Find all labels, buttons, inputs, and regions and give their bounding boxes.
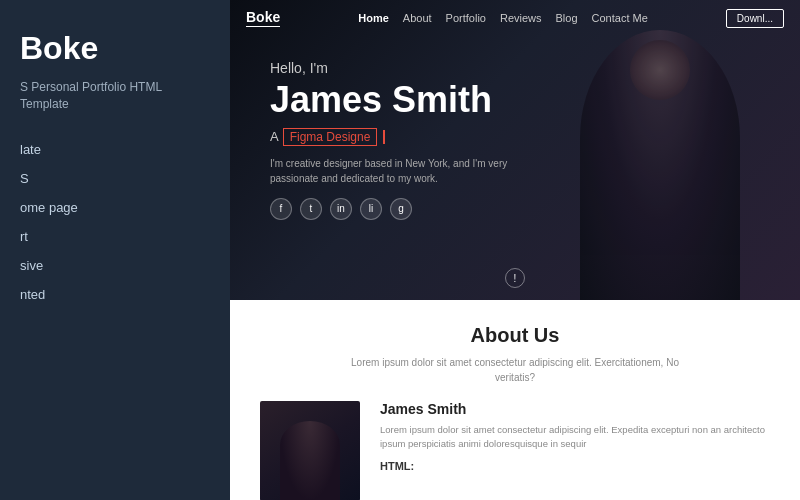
- nav-link-portfolio[interactable]: Portfolio: [446, 12, 486, 24]
- sidebar-item-responsive[interactable]: sive: [20, 255, 210, 276]
- brand-title: Boke: [20, 30, 210, 67]
- sidebar-item-home[interactable]: ome page: [20, 197, 210, 218]
- scroll-indicator[interactable]: !: [505, 268, 525, 288]
- about-text-block: James Smith Lorem ipsum dolor sit amet c…: [380, 401, 770, 472]
- facebook-icon[interactable]: f: [270, 198, 292, 220]
- right-panel: Boke Home About Portfolio Reviews Blog C…: [230, 0, 800, 500]
- brand-subtitle: S Personal Portfolio HTML Template: [20, 79, 210, 113]
- nav-link-home[interactable]: Home: [358, 12, 389, 24]
- nav-logo: Boke: [246, 9, 280, 27]
- hero-description: I'm creative designer based in New York,…: [270, 156, 530, 186]
- twitter-icon[interactable]: t: [300, 198, 322, 220]
- sidebar-item-documented[interactable]: nted: [20, 284, 210, 305]
- nav-link-reviews[interactable]: Reviews: [500, 12, 542, 24]
- role-prefix: A: [270, 129, 279, 144]
- about-html-label: HTML:: [380, 460, 770, 472]
- hero-person-silhouette: [580, 30, 740, 300]
- about-person-description: Lorem ipsum dolor sit amet consectetur a…: [380, 423, 770, 452]
- role-title: Figma Designe: [283, 128, 378, 146]
- nav-links: Home About Portfolio Reviews Blog Contac…: [358, 12, 648, 24]
- nav-link-blog[interactable]: Blog: [556, 12, 578, 24]
- sidebar-item-template[interactable]: late: [20, 139, 210, 160]
- linkedin-icon[interactable]: li: [360, 198, 382, 220]
- cursor-bar: [383, 130, 385, 144]
- about-person-name: James Smith: [380, 401, 770, 417]
- sidebar-item-start[interactable]: rt: [20, 226, 210, 247]
- about-photo: [260, 401, 360, 500]
- nav-link-contact[interactable]: Contact Me: [592, 12, 648, 24]
- hero-role: A Figma Designe: [270, 128, 530, 146]
- left-panel: Boke S Personal Portfolio HTML Template …: [0, 0, 230, 500]
- about-body: James Smith Lorem ipsum dolor sit amet c…: [260, 401, 770, 500]
- about-description: Lorem ipsum dolor sit amet consectetur a…: [345, 355, 685, 385]
- sidebar-item-s[interactable]: S: [20, 168, 210, 189]
- download-button[interactable]: Downl...: [726, 9, 784, 28]
- nav-link-about[interactable]: About: [403, 12, 432, 24]
- hero-content: Hello, I'm James Smith A Figma Designe I…: [270, 60, 530, 236]
- about-section: About Us Lorem ipsum dolor sit amet cons…: [230, 300, 800, 500]
- hero-greeting: Hello, I'm: [270, 60, 530, 76]
- hero-section: Boke Home About Portfolio Reviews Blog C…: [230, 0, 800, 300]
- instagram-icon[interactable]: in: [330, 198, 352, 220]
- social-icons-group: f t in li g: [270, 198, 530, 220]
- top-navbar: Boke Home About Portfolio Reviews Blog C…: [230, 0, 800, 36]
- github-icon[interactable]: g: [390, 198, 412, 220]
- hero-name: James Smith: [270, 80, 530, 120]
- about-title: About Us: [260, 324, 770, 347]
